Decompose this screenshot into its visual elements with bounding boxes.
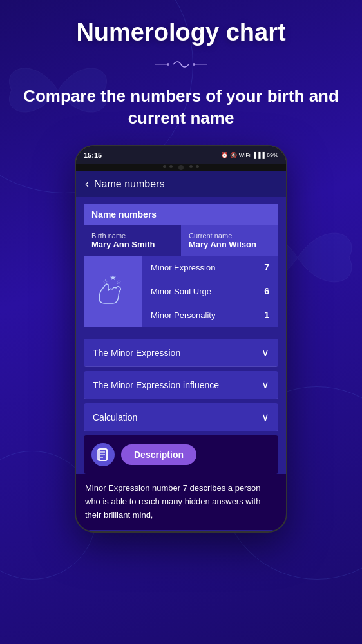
chevron-down-icon-0: ∨ — [262, 346, 269, 359]
nav-bar: ‹ Name numbers — [76, 171, 286, 197]
subtitle-section: Compare the numbers of your birth and cu… — [0, 79, 362, 142]
accordion-label-1: The Minor Expression influence — [93, 380, 219, 390]
header-divider — [0, 53, 362, 79]
notch-dot-3 — [189, 165, 193, 168]
numbers-display: ☆ ★ ☆ Minor Expression 7 Minor Sou — [84, 256, 278, 327]
description-text-area: Minor Expression number 7 describes a pe… — [76, 474, 286, 529]
chevron-down-icon-1: ∨ — [262, 379, 269, 391]
numbers-list: Minor Expression 7 Minor Soul Urge 6 Min… — [142, 256, 278, 327]
mute-icon: 🔇 — [230, 152, 237, 158]
accordion-list: The Minor Expression ∨ The Minor Express… — [76, 339, 286, 431]
battery-text: 69% — [267, 152, 278, 158]
current-tab-label: Current name — [189, 232, 271, 240]
number-value-2: 1 — [264, 310, 269, 320]
alarm-icon: ⏰ — [221, 152, 228, 158]
icon-area: ☆ ★ ☆ — [84, 256, 142, 327]
number-label-1: Minor Soul Urge — [151, 287, 211, 296]
background: Numerology chart Compare the numbers of … — [0, 0, 362, 644]
number-item-1[interactable]: Minor Soul Urge 6 — [142, 279, 278, 303]
svg-text:☆: ☆ — [102, 278, 108, 285]
description-text: Minor Expression number 7 describes a pe… — [85, 482, 277, 522]
accordion-0[interactable]: The Minor Expression ∨ — [84, 339, 278, 367]
current-name-tab[interactable]: Current name Mary Ann Wilson — [181, 225, 278, 256]
book-icon — [91, 443, 115, 466]
signal-icon: ▐▐▐ — [252, 152, 265, 158]
page-header: Numerology chart — [0, 0, 362, 53]
notch-bar — [76, 164, 286, 171]
stars-hand-icon: ☆ ★ ☆ — [93, 272, 132, 311]
page-title: Numerology chart — [13, 19, 349, 46]
notch-dot-2 — [169, 165, 173, 168]
number-item-0[interactable]: Minor Expression 7 — [142, 256, 278, 279]
back-button[interactable]: ‹ — [85, 177, 89, 191]
accordion-1[interactable]: The Minor Expression influence ∨ — [84, 371, 278, 399]
name-tabs: Birth name Mary Ann Smith Current name M… — [84, 225, 278, 256]
app-screen: ‹ Name numbers Name numbers Birth name M… — [76, 171, 286, 531]
birth-tab-value: Mary Ann Smith — [91, 240, 173, 249]
accordion-label-0: The Minor Expression — [93, 348, 180, 358]
subtitle-text: Compare the numbers of your birth and cu… — [19, 86, 343, 129]
name-numbers-section: Name numbers Birth name Mary Ann Smith C… — [76, 204, 286, 335]
chevron-down-icon-2: ∨ — [262, 411, 269, 423]
section-header: Name numbers — [84, 204, 278, 225]
nav-title: Name numbers — [94, 178, 164, 190]
number-label-0: Minor Expression — [151, 263, 215, 272]
number-value-0: 7 — [264, 262, 269, 272]
status-time: 15:15 — [84, 151, 102, 159]
wifi-icon: WiFi — [239, 152, 251, 158]
birth-name-tab[interactable]: Birth name Mary Ann Smith — [84, 225, 181, 256]
notch-camera — [178, 165, 184, 170]
phone-frame: 15:15 ⏰ 🔇 WiFi ▐▐▐ 69% — [75, 145, 287, 533]
number-value-1: 6 — [264, 286, 269, 296]
accordion-2[interactable]: Calculation ∨ — [84, 403, 278, 431]
current-tab-value: Mary Ann Wilson — [189, 240, 271, 249]
status-icons: ⏰ 🔇 WiFi ▐▐▐ 69% — [221, 152, 278, 158]
number-label-2: Minor Personality — [151, 310, 215, 320]
divider-line-right — [213, 66, 265, 66]
description-button[interactable]: Description — [121, 444, 196, 465]
notch-dots — [163, 165, 199, 170]
divider-ornament — [155, 58, 207, 74]
svg-text:☆: ☆ — [116, 278, 122, 285]
notch-dot-4 — [196, 165, 199, 168]
number-item-2[interactable]: Minor Personality 1 — [142, 303, 278, 327]
section-header-text: Name numbers — [91, 209, 157, 220]
notch-dot-1 — [163, 165, 166, 168]
divider-line-left — [97, 66, 149, 66]
accordion-label-2: Calculation — [93, 412, 137, 422]
description-row: Description — [84, 435, 278, 474]
birth-tab-label: Birth name — [91, 232, 173, 240]
svg-point-1 — [167, 63, 169, 66]
status-bar: 15:15 ⏰ 🔇 WiFi ▐▐▐ 69% — [76, 146, 286, 164]
phone-mockup: 15:15 ⏰ 🔇 WiFi ▐▐▐ 69% — [0, 145, 362, 533]
